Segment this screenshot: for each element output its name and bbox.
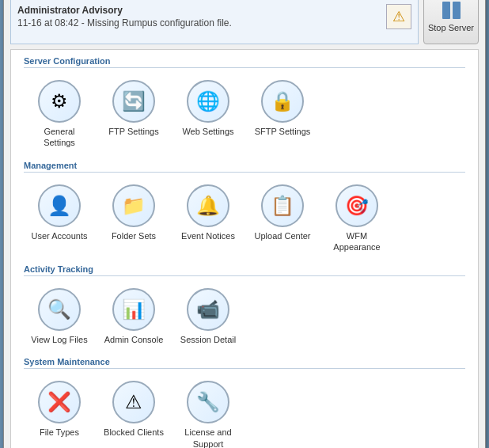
icon-item-general-settings[interactable]: ⚙General Settings xyxy=(24,74,95,154)
icon-upload-center: 📋 xyxy=(261,184,304,227)
section-label-activity-tracking: Activity Tracking xyxy=(24,264,465,276)
icon-item-user-accounts[interactable]: 👤User Accounts xyxy=(24,179,95,259)
icon-grid-management: 👤User Accounts📁Folder Sets🔔Event Notices… xyxy=(24,176,465,262)
icon-item-blocked-clients[interactable]: ⚠Blocked Clients xyxy=(98,375,169,448)
icon-admin-console: 📊 xyxy=(112,288,155,331)
icon-item-event-notices[interactable]: 🔔Event Notices xyxy=(172,179,244,259)
main-window: 🐾 Rumpus Control Panel (Unknown) — □ ✕ A… xyxy=(3,0,486,448)
section-label-server-config: Server Configuration xyxy=(24,56,465,68)
label-upload-center: Upload Center xyxy=(255,230,311,241)
sections-root: Server Configuration⚙General Settings🔄FT… xyxy=(16,56,473,448)
label-license-support: License and Support xyxy=(176,427,240,448)
icon-item-web-settings[interactable]: 🌐Web Settings xyxy=(172,74,244,154)
icon-item-view-log-files[interactable]: 🔍View Log Files xyxy=(24,283,95,351)
section-server-config: Server Configuration⚙General Settings🔄FT… xyxy=(24,56,465,158)
label-wfm-appearance: WFM Appearance xyxy=(325,230,389,253)
label-folder-sets: Folder Sets xyxy=(112,230,156,241)
icon-view-log-files: 🔍 xyxy=(38,288,81,331)
icon-user-accounts: 👤 xyxy=(38,184,81,227)
advisory-warning-icon: ⚠ xyxy=(386,4,411,29)
icon-web-settings: 🌐 xyxy=(187,80,229,123)
label-event-notices: Event Notices xyxy=(181,230,235,241)
icon-session-detail: 📹 xyxy=(187,288,229,331)
label-web-settings: Web Settings xyxy=(182,126,233,137)
icon-item-wfm-appearance[interactable]: 🎯WFM Appearance xyxy=(321,179,392,259)
advisory-bar: Administrator Advisory 11-16 at 08:42 - … xyxy=(10,0,419,44)
label-admin-console: Admin Console xyxy=(104,334,164,345)
label-sftp-settings: SFTP Settings xyxy=(255,126,311,137)
icon-item-folder-sets[interactable]: 📁Folder Sets xyxy=(98,179,169,259)
advisory-content: Administrator Advisory 11-16 at 08:42 - … xyxy=(17,5,381,28)
label-file-types: File Types xyxy=(40,427,79,438)
icon-file-types: ❌ xyxy=(38,381,81,423)
label-blocked-clients: Blocked Clients xyxy=(104,427,164,438)
icon-sftp-settings: 🔒 xyxy=(261,80,304,123)
icon-item-ftp-settings[interactable]: 🔄FTP Settings xyxy=(98,74,169,154)
label-view-log-files: View Log Files xyxy=(31,334,87,345)
section-label-system-maintenance: System Maintenance xyxy=(24,357,465,369)
icon-wfm-appearance: 🎯 xyxy=(335,184,378,227)
advisory-message: 11-16 at 08:42 - Missing Rumpus configur… xyxy=(17,17,381,28)
label-session-detail: Session Detail xyxy=(180,334,236,345)
section-label-management: Management xyxy=(24,161,465,173)
pause-icon xyxy=(442,2,461,19)
icon-blocked-clients: ⚠ xyxy=(112,381,155,423)
label-ftp-settings: FTP Settings xyxy=(108,126,158,137)
icon-item-admin-console[interactable]: 📊Admin Console xyxy=(98,283,169,351)
icon-folder-sets: 📁 xyxy=(112,184,155,227)
icon-item-file-types[interactable]: ❌File Types xyxy=(24,375,95,448)
icon-grid-activity-tracking: 🔍View Log Files📊Admin Console📹Session De… xyxy=(24,279,465,354)
icon-item-sftp-settings[interactable]: 🔒SFTP Settings xyxy=(247,74,318,154)
stop-server-button[interactable]: Stop Server xyxy=(423,0,479,44)
icon-item-upload-center[interactable]: 📋Upload Center xyxy=(247,179,318,259)
label-general-settings: General Settings xyxy=(28,126,91,149)
icon-item-session-detail[interactable]: 📹Session Detail xyxy=(172,283,244,351)
advisory-title: Administrator Advisory xyxy=(17,5,381,16)
icon-ftp-settings: 🔄 xyxy=(112,80,155,123)
label-user-accounts: User Accounts xyxy=(32,230,88,241)
icon-item-license-support[interactable]: 🔧License and Support xyxy=(172,375,244,448)
icon-grid-system-maintenance: ❌File Types⚠Blocked Clients🔧License and … xyxy=(24,372,465,448)
section-activity-tracking: Activity Tracking🔍View Log Files📊Admin C… xyxy=(24,264,465,354)
icon-event-notices: 🔔 xyxy=(187,184,229,227)
icon-grid-server-config: ⚙General Settings🔄FTP Settings🌐Web Setti… xyxy=(24,71,465,158)
stop-server-label: Stop Server xyxy=(428,22,474,33)
section-system-maintenance: System Maintenance❌File Types⚠Blocked Cl… xyxy=(24,357,465,448)
section-management: Management👤User Accounts📁Folder Sets🔔Eve… xyxy=(24,161,465,262)
icon-general-settings: ⚙ xyxy=(38,80,81,123)
icon-license-support: 🔧 xyxy=(187,381,229,423)
sections-container: Server Configuration⚙General Settings🔄FT… xyxy=(10,49,479,448)
